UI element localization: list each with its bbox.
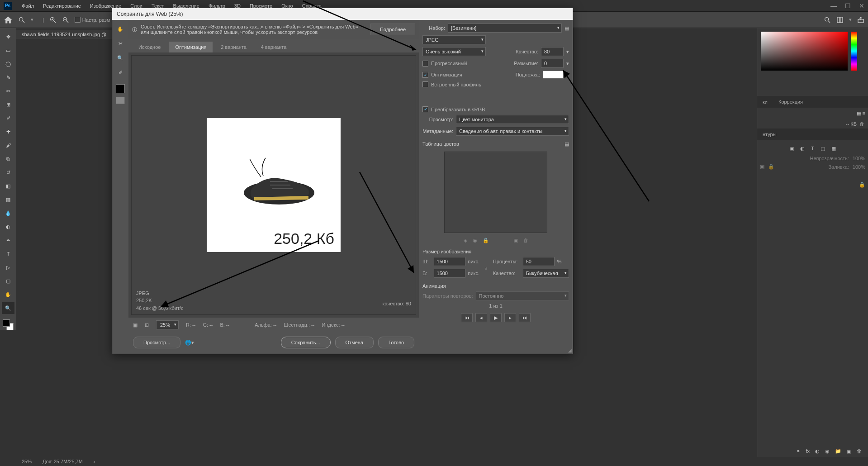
fill-value[interactable]: 100% (853, 164, 865, 170)
view-mode-icon2[interactable]: ⊞ (145, 322, 149, 328)
preset-select[interactable]: [Безимени] (448, 24, 562, 33)
filter-shape-icon[interactable]: ▢ (821, 146, 825, 152)
srgb-checkbox[interactable] (422, 106, 428, 112)
document-tab[interactable]: shawn-fields-1198524-unsplash.jpg @ (16, 30, 112, 39)
matte-color[interactable] (543, 71, 564, 79)
panel-tab-correction[interactable]: Коррекция (776, 98, 806, 106)
progressive-checkbox[interactable] (422, 61, 428, 67)
panel-tab-paths[interactable]: нтуры (760, 130, 779, 138)
filter-smart-icon[interactable]: ▦ (831, 146, 836, 152)
menu-edit[interactable]: Редактирование (38, 3, 85, 9)
gradient-tool[interactable]: ▦ (2, 194, 14, 205)
trash-icon[interactable]: 🗑 (859, 121, 864, 127)
format-select[interactable]: JPEG (422, 35, 486, 44)
shape-tool[interactable]: ▢ (2, 275, 14, 287)
preview-button[interactable]: Просмотр... (133, 337, 180, 348)
menu-file[interactable]: Файл (17, 3, 38, 9)
grid-view-icon[interactable]: ▦ (857, 110, 861, 116)
history-brush-tool[interactable]: ↺ (2, 166, 14, 178)
anim-prev-icon[interactable]: ◂ (475, 313, 487, 322)
metadata-select[interactable]: Сведения об авт. правах и контакты (456, 127, 569, 136)
zoom-select[interactable]: 25% (156, 320, 179, 329)
color-field[interactable] (761, 32, 848, 71)
frame-tool[interactable]: ⊞ (2, 99, 14, 110)
window-close-icon[interactable]: ✕ (859, 2, 864, 10)
colortable-menu-icon[interactable]: ▤ (564, 141, 569, 147)
fx-icon[interactable]: fx (806, 448, 810, 454)
hue-slider[interactable] (851, 32, 857, 71)
browser-icon[interactable]: 🌐▾ (185, 340, 194, 346)
panel-tab-1[interactable]: ки (760, 98, 770, 106)
preview-mode-select[interactable]: Цвет монитора (456, 115, 569, 124)
link-icon[interactable]: ⚭ (796, 448, 800, 454)
stamp-tool[interactable]: ⧉ (2, 153, 14, 165)
anim-last-icon[interactable]: ⏭ (519, 313, 531, 322)
dodge-tool[interactable]: ◐ (2, 221, 14, 233)
hand-tool-icon[interactable]: ✋ (115, 24, 126, 34)
window-minimize-icon[interactable]: — (830, 2, 837, 10)
filter-adjust-icon[interactable]: ◐ (800, 146, 805, 152)
eraser-tool[interactable]: ◧ (2, 180, 14, 192)
preset-menu-icon[interactable]: ▤ (564, 25, 569, 31)
embed-profile-checkbox[interactable] (422, 81, 428, 87)
type-tool[interactable]: T (2, 248, 14, 260)
status-arrow-icon[interactable]: › (94, 459, 95, 464)
learn-more-button[interactable]: Подробнее (370, 24, 415, 35)
done-button[interactable]: Готово (378, 337, 414, 348)
constrain-icon[interactable]: ⟓ (484, 265, 490, 270)
cancel-button[interactable]: Отмена (335, 337, 374, 348)
tab-original[interactable]: Исходное (132, 42, 167, 52)
lock-icon[interactable]: ▣ (760, 164, 764, 170)
status-zoom[interactable]: 25% (22, 459, 32, 464)
layer-lock-icon[interactable]: 🔒 (859, 182, 865, 187)
zoom-tool[interactable]: 🔍 (2, 302, 14, 314)
quick-select-tool[interactable]: ✎ (2, 71, 14, 83)
list-view-icon[interactable]: ≡ (863, 110, 865, 116)
move-tool[interactable]: ✥ (2, 31, 14, 43)
zoom-out-icon[interactable] (62, 16, 69, 24)
workspace-icon[interactable] (836, 16, 844, 24)
eyedropper-tool[interactable]: ✐ (2, 112, 14, 124)
ct-trash-icon[interactable]: 🗑 (523, 238, 528, 243)
blur-input[interactable]: 0 (541, 59, 564, 68)
quality-preset-select[interactable]: Очень высокий (422, 47, 486, 56)
share-icon[interactable] (857, 16, 864, 24)
pen-tool[interactable]: ✒ (2, 234, 14, 246)
group-icon[interactable]: 📁 (835, 448, 841, 454)
resample-select[interactable]: Бикубическая (523, 269, 569, 278)
filter-type-icon[interactable]: T (811, 146, 814, 152)
window-maximize-icon[interactable]: ☐ (845, 2, 851, 10)
foreground-color[interactable] (3, 319, 10, 327)
filter-image-icon[interactable]: ▣ (789, 146, 794, 152)
slice-visibility-icon[interactable] (116, 97, 125, 104)
adjustment-icon[interactable]: ◉ (825, 448, 830, 454)
tab-4up[interactable]: 4 варианта (255, 42, 293, 52)
crop-tool[interactable]: ✂ (2, 85, 14, 97)
optimized-checkbox[interactable] (422, 72, 428, 78)
ct-icon2[interactable]: ◉ (473, 238, 477, 243)
color-swatches[interactable] (3, 319, 14, 330)
tab-2up[interactable]: 2 варианта (214, 42, 253, 52)
height-input[interactable]: 1500 (434, 269, 465, 278)
ct-icon1[interactable]: ◈ (464, 238, 467, 243)
anim-first-icon[interactable]: ⏮ (461, 313, 473, 322)
quality-dropdown-icon[interactable]: ▾ (566, 49, 569, 55)
marquee-tool[interactable]: ▭ (2, 44, 14, 56)
brush-tool[interactable]: 🖌 (2, 139, 14, 151)
ct-new-icon[interactable]: ▣ (513, 238, 518, 243)
percent-input[interactable]: 50 (523, 257, 555, 266)
healing-tool[interactable]: ✚ (2, 126, 14, 138)
path-select-tool[interactable]: ▷ (2, 262, 14, 273)
lock-icon2[interactable]: 🔒 (768, 164, 774, 170)
eyedropper-color[interactable] (116, 84, 125, 93)
home-icon[interactable] (4, 15, 13, 24)
zoom-tool-icon[interactable] (18, 16, 25, 24)
matte-dropdown-icon[interactable]: ▾ (566, 72, 569, 78)
hand-tool[interactable]: ✋ (2, 289, 14, 300)
delete-layer-icon[interactable]: 🗑 (857, 448, 862, 454)
ct-lock-icon[interactable]: 🔒 (483, 238, 489, 243)
eyedropper-tool-icon[interactable]: ✐ (115, 67, 126, 78)
zoom-tool-icon[interactable]: 🔍 (115, 52, 126, 63)
resize-grip-icon[interactable]: ◢ (568, 348, 572, 353)
tab-optimized[interactable]: Оптимизация (169, 42, 213, 52)
